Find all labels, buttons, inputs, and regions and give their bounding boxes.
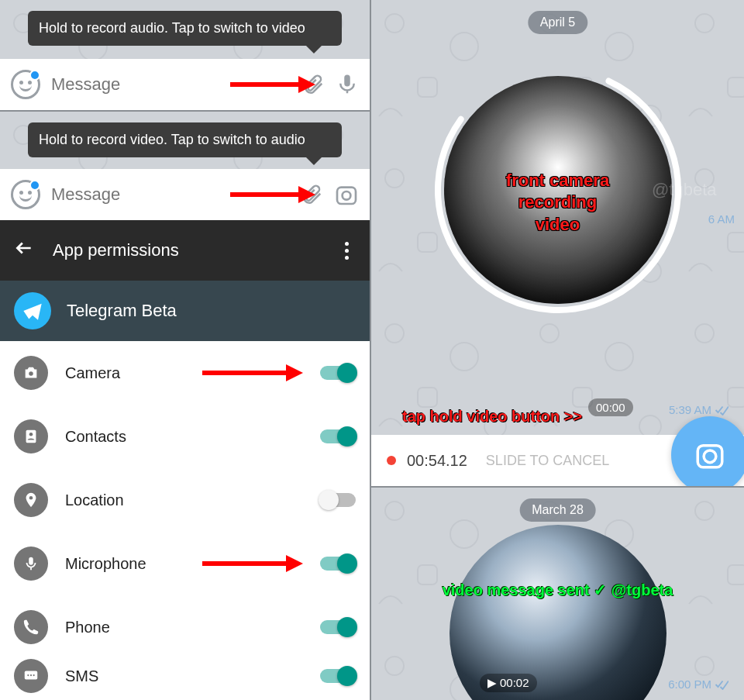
header-title: App permissions [53,240,319,260]
recording-dot-icon [387,456,396,465]
more-icon[interactable] [337,242,356,260]
record-tooltip-audio: Hold to record audio. Tap to switch to v… [28,11,342,46]
record-tooltip-video: Hold to record video. Tap to switch to a… [28,122,342,157]
svg-marker-15 [286,555,303,572]
red-arrow-annotation [202,363,303,383]
svg-rect-2 [344,75,350,87]
recording-timer: 00:54.12 [407,452,467,470]
svg-point-22 [704,450,716,463]
emoji-button[interactable] [11,180,40,209]
permission-label: SMS [65,667,303,685]
svg-rect-21 [698,446,722,467]
svg-point-18 [30,674,32,676]
sent-video-bubble[interactable] [450,525,666,700]
svg-marker-4 [298,186,315,203]
permissions-list: Camera Contacts Location Microphone Phon… [0,341,370,700]
permission-toggle[interactable] [320,429,356,443]
permission-microphone: Microphone [0,532,370,595]
sent-annotation: video message sent ✓ @tgbeta [443,581,673,599]
duration-badge: ▶00:02 [480,674,537,692]
svg-point-6 [343,191,351,200]
permission-label: Camera [65,364,185,382]
svg-point-7 [29,371,33,376]
svg-rect-10 [26,430,36,443]
date-pill: March 28 [519,498,596,522]
date-pill: April 5 [528,11,587,34]
svg-rect-5 [337,188,356,204]
permission-label: Microphone [65,555,185,573]
recording-bar: 00:54.12 SLIDE TO CANCEL [371,435,744,486]
contacts-icon [14,419,48,453]
recording-panel: April 5 @tgbeta front camera recording v… [371,0,744,486]
video-record-circle: @tgbeta front camera recording video [430,62,686,318]
location-icon [14,483,48,517]
partial-time-badge: 6 AM [708,212,735,226]
telegram-app-icon [14,292,51,329]
permission-label: Location [65,491,303,509]
svg-point-12 [29,496,33,500]
sent-time-badge: 5:39 AM [669,403,728,416]
permission-label: Phone [65,619,303,636]
sent-message-panel: March 28 video message sent ✓ @tgbeta ▶0… [371,486,744,700]
svg-point-11 [29,433,33,436]
red-arrow-annotation [230,74,315,95]
permission-location: Location [0,468,370,532]
svg-point-19 [33,674,35,676]
phone-icon [14,610,48,644]
tap-hold-annotation: tap hold video button >> [402,408,582,426]
camera-icon [14,356,48,390]
permission-toggle[interactable] [320,557,356,571]
sms-icon [14,659,48,693]
video-record-button[interactable] [671,416,744,494]
emoji-button[interactable] [11,70,40,99]
microphone-icon[interactable] [336,73,359,96]
duration-badge: 00:00 [588,398,633,416]
video-camera-icon[interactable] [334,182,359,207]
permission-camera: Camera [0,341,370,405]
slide-to-cancel[interactable]: SLIDE TO CANCEL [486,453,609,469]
chat-panel-video: Hold to record video. Tap to switch to a… [0,110,370,220]
red-arrow-annotation [202,553,303,574]
watermark: @tgbeta [652,180,717,200]
overlay-annotation: front camera recording video [494,170,622,236]
back-icon[interactable] [14,238,34,263]
message-input-bar [0,169,370,220]
permission-sms: SMS [0,659,370,693]
app-row: Telegram Beta [0,281,370,341]
permissions-header: App permissions [0,220,370,281]
message-input-bar [0,59,370,110]
tooltip-text: Hold to record audio. Tap to switch to v… [39,20,305,36]
red-arrow-annotation [230,184,315,205]
sent-time-badge: 6:00 PM [668,678,728,691]
permission-toggle[interactable] [320,669,356,683]
svg-point-17 [27,674,29,676]
permission-contacts: Contacts [0,405,370,468]
permission-label: Contacts [65,428,303,446]
app-name: Telegram Beta [67,301,177,321]
permission-phone: Phone [0,595,370,659]
tooltip-text: Hold to record video. Tap to switch to a… [39,132,305,147]
permission-toggle[interactable] [320,493,356,507]
microphone-icon [14,547,48,581]
chat-panel-audio: Hold to record audio. Tap to switch to v… [0,0,370,110]
svg-marker-1 [298,76,315,93]
svg-marker-9 [286,364,303,381]
permission-toggle[interactable] [320,620,356,634]
svg-rect-13 [29,557,33,565]
permission-toggle[interactable] [320,366,356,380]
